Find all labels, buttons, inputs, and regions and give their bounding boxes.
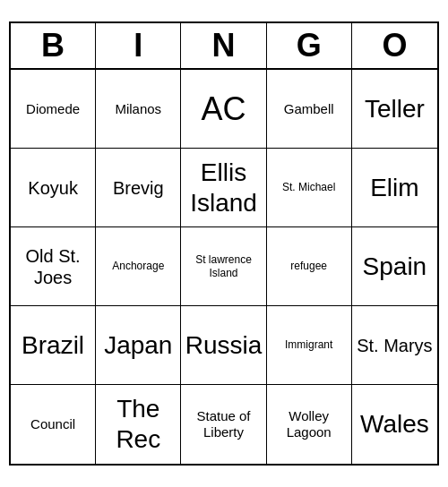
cell-text: Wales: [360, 409, 429, 440]
cell-text: Elim: [370, 173, 418, 203]
bingo-cell: Council: [11, 385, 96, 464]
cell-text: refugee: [290, 260, 327, 272]
cell-text: Immigrant: [285, 338, 332, 351]
bingo-cell: Diomede: [11, 70, 96, 149]
cell-text: Milanos: [115, 101, 161, 117]
cell-text: The Rec: [99, 394, 177, 454]
bingo-cell: AC: [181, 70, 266, 149]
header-letter: I: [96, 23, 181, 68]
cell-text: St lawrence Island: [185, 253, 262, 279]
cell-text: Wolley Lagoon: [271, 408, 348, 440]
bingo-cell: Brazil: [11, 306, 96, 385]
cell-text: Japan: [104, 330, 172, 361]
bingo-cell: Russia: [181, 306, 266, 385]
bingo-grid: DiomedeMilanosACGambellTellerKoyukBrevig…: [11, 70, 437, 464]
bingo-cell: Brevig: [96, 149, 181, 227]
bingo-cell: Elim: [352, 149, 437, 227]
cell-text: Teller: [365, 94, 425, 124]
cell-text: Statue of Liberty: [185, 408, 262, 440]
bingo-cell: Wales: [352, 385, 437, 464]
cell-text: Anchorage: [112, 260, 164, 272]
cell-text: Council: [30, 416, 75, 432]
bingo-cell: Ellis Island: [181, 149, 266, 227]
cell-text: Brazil: [22, 330, 84, 361]
bingo-cell: Gambell: [267, 70, 352, 149]
cell-text: Russia: [185, 330, 263, 361]
cell-text: St. Marys: [357, 335, 432, 356]
bingo-card: BINGO DiomedeMilanosACGambellTellerKoyuk…: [9, 21, 439, 466]
bingo-cell: Milanos: [96, 70, 181, 149]
header-letter: B: [11, 23, 96, 68]
bingo-cell: Spain: [352, 227, 437, 306]
cell-text: St. Michael: [282, 181, 335, 193]
cell-text: Diomede: [26, 101, 80, 117]
header-letter: G: [267, 23, 352, 68]
bingo-cell: St. Marys: [352, 306, 437, 385]
bingo-cell: Immigrant: [267, 306, 352, 385]
bingo-cell: Anchorage: [96, 227, 181, 306]
header-letter: N: [181, 23, 266, 68]
bingo-cell: Statue of Liberty: [181, 385, 266, 464]
header-letter: O: [352, 23, 437, 68]
bingo-cell: St lawrence Island: [181, 227, 266, 306]
bingo-cell: refugee: [267, 227, 352, 306]
bingo-header: BINGO: [11, 23, 437, 70]
bingo-cell: The Rec: [96, 385, 181, 464]
cell-text: Spain: [363, 252, 427, 282]
cell-text: Ellis Island: [185, 158, 262, 218]
bingo-cell: St. Michael: [267, 149, 352, 227]
bingo-cell: Koyuk: [11, 149, 96, 227]
cell-text: Old St. Joes: [14, 245, 91, 288]
bingo-cell: Japan: [96, 306, 181, 385]
cell-text: Gambell: [284, 101, 334, 117]
cell-text: Brevig: [113, 177, 164, 199]
cell-text: AC: [201, 90, 246, 128]
cell-text: Koyuk: [28, 177, 78, 199]
bingo-cell: Teller: [352, 70, 437, 149]
bingo-cell: Wolley Lagoon: [267, 385, 352, 464]
bingo-cell: Old St. Joes: [11, 227, 96, 306]
